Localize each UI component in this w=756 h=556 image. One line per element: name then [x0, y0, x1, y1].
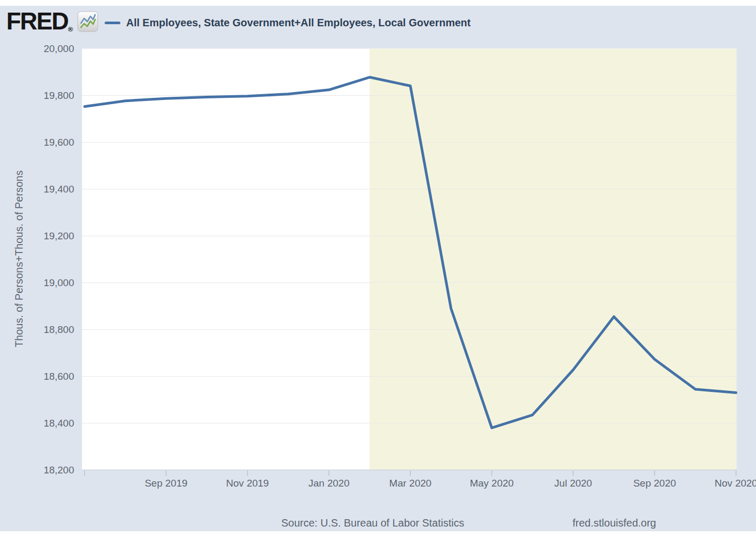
y-tick-label: 19,600	[44, 137, 74, 148]
recession-shading-band	[370, 49, 737, 470]
y-tick-label: 19,200	[44, 230, 74, 241]
fred-logo[interactable]: FRED®	[6, 9, 73, 42]
x-tick-label: Mar 2020	[389, 478, 431, 489]
y-tick-label: 18,400	[44, 418, 74, 429]
y-tick-label: 19,000	[44, 277, 74, 288]
x-tick-label: Jul 2020	[554, 478, 592, 489]
y-axis-title: Thous. of Persons+Thous. of Persons	[13, 170, 25, 347]
x-tick-label: Nov 2020	[714, 478, 756, 489]
x-tick-label: Jan 2020	[309, 478, 350, 489]
registered-mark: ®	[68, 25, 73, 33]
y-tick-label: 19,400	[44, 184, 74, 195]
y-tick-label: 19,800	[44, 90, 74, 101]
x-tick-label: Sep 2020	[633, 478, 676, 489]
fred-logo-text: FRED	[6, 7, 68, 35]
y-tick-label: 20,000	[44, 43, 74, 54]
y-tick-label: 18,600	[44, 371, 74, 382]
fred-site-link[interactable]: fred.stlouisfed.org	[573, 517, 656, 529]
source-text: Source: U.S. Bureau of Labor Statistics	[281, 517, 464, 529]
y-tick-label: 18,800	[44, 324, 74, 335]
x-tick-label: May 2020	[470, 478, 514, 489]
fred-logo-chart-icon	[77, 11, 98, 32]
legend-line-sample	[105, 22, 120, 24]
x-tick-label: Nov 2019	[226, 478, 269, 489]
chart-canvas[interactable]: Sep 2019Nov 2019Jan 2020Mar 2020May 2020…	[0, 0, 756, 556]
legend-series-label: All Employees, State Government+All Empl…	[126, 17, 471, 29]
y-tick-label: 18,200	[44, 464, 74, 476]
x-tick-label: Sep 2019	[145, 478, 187, 489]
